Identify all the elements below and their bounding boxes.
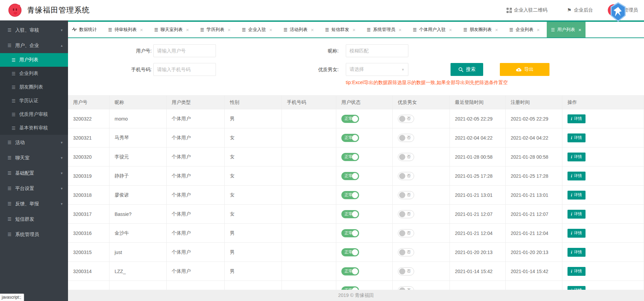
premium-toggle[interactable]: 否	[398, 229, 414, 237]
sidebar-item-label: 反馈、举报	[15, 201, 39, 207]
premium-toggle[interactable]: 否	[398, 172, 414, 180]
status-toggle[interactable]: 正常	[341, 248, 359, 256]
close-icon[interactable]: ×	[311, 27, 314, 33]
tab-item[interactable]: ☰个体用户入驻×	[409, 22, 456, 37]
table-cell-premium: 否	[393, 281, 450, 290]
export-button[interactable]: 导出	[500, 63, 549, 76]
close-icon[interactable]: ×	[186, 27, 189, 33]
detail-button[interactable]: i详情	[567, 114, 586, 123]
sidebar-item[interactable]: ☰短信群发	[0, 211, 68, 227]
detail-button[interactable]: i详情	[567, 210, 586, 219]
detail-button[interactable]: i详情	[567, 191, 586, 200]
premium-toggle[interactable]: 否	[398, 286, 414, 290]
detail-button[interactable]: i详情	[567, 286, 586, 290]
nickname-input[interactable]	[346, 44, 408, 57]
sidebar-subitem[interactable]: ☰基本资料审核	[0, 121, 68, 135]
close-icon[interactable]: ×	[269, 27, 272, 33]
table-cell: 2021-01-21 12:07	[506, 205, 562, 224]
sidebar-subitem[interactable]: ☰朋友圈列表	[0, 80, 68, 94]
status-toggle[interactable]: 正常	[341, 286, 359, 290]
table-cell-premium: 否	[393, 262, 450, 281]
list-icon: ☰	[413, 27, 417, 32]
tab-active[interactable]: ☰用户列表×	[547, 22, 585, 37]
info-icon: i	[571, 269, 572, 274]
premium-toggle[interactable]: 否	[398, 267, 414, 275]
table-cell-action: i详情	[562, 128, 644, 147]
detail-button[interactable]: i详情	[567, 248, 586, 257]
tab-item[interactable]: ☰聊天室列表×	[150, 22, 193, 37]
table-cell-status: 正常	[336, 224, 393, 243]
tab-item[interactable]: ☰朋友圈列表×	[459, 22, 502, 37]
close-icon[interactable]: ×	[449, 27, 452, 33]
list-icon: ☰	[200, 27, 204, 32]
table-row: 3200319静静子个体用户女正常否2021-01-25 17:282021-0…	[68, 167, 644, 186]
sidebar-group-item[interactable]: ☰活动▼	[0, 135, 68, 150]
table-cell-status: 正常	[336, 205, 393, 224]
tab-item[interactable]: 数据统计	[68, 22, 101, 37]
status-toggle[interactable]: 正常	[341, 153, 359, 161]
premium-toggle[interactable]: 否	[398, 210, 414, 218]
detail-button-label: 详情	[574, 173, 582, 179]
table-cell: 2021-01-28 00:58	[450, 147, 506, 167]
status-toggle[interactable]: 正常	[341, 267, 359, 275]
premium-toggle[interactable]: 否	[398, 115, 414, 123]
qrcode-link[interactable]: 企业入驻二维码	[507, 7, 547, 13]
close-icon[interactable]: ×	[228, 27, 231, 33]
cloud-download-icon	[516, 67, 522, 72]
close-icon[interactable]: ×	[399, 27, 402, 33]
detail-button[interactable]: i详情	[567, 267, 586, 276]
sidebar-subitem[interactable]: ☰优质用户审核	[0, 108, 68, 121]
close-icon[interactable]: ×	[140, 27, 143, 33]
phone-input[interactable]	[153, 63, 216, 76]
sidebar-group-item[interactable]: ☰平台设置▼	[0, 181, 68, 196]
table-cell: momo	[109, 109, 167, 128]
table-cell: 2021-02-05 22:29	[450, 109, 506, 128]
table-header-cell: 操作	[562, 96, 644, 109]
sidebar-group-item[interactable]: ☰基础配置▼	[0, 165, 68, 181]
premium-toggle[interactable]: 否	[398, 134, 414, 142]
sidebar-subitem[interactable]: ☰用户列表	[0, 53, 68, 67]
floating-bird-icon[interactable]	[610, 2, 627, 22]
table-cell: just	[109, 243, 167, 262]
tab-item[interactable]: ☰活动列表×	[279, 22, 318, 37]
close-icon[interactable]: ×	[578, 27, 581, 33]
status-toggle[interactable]: 正常	[341, 210, 359, 218]
premium-toggle[interactable]: 否	[398, 248, 414, 256]
sidebar-subitem[interactable]: ☰学历认证	[0, 94, 68, 108]
table-row: 3200321马秀琴个体用户女正常否2021-02-04 04:222021-0…	[68, 128, 644, 147]
detail-button-label: 详情	[574, 249, 582, 255]
detail-button[interactable]: i详情	[567, 133, 586, 142]
sidebar-group-item[interactable]: ☰反馈、举报▼	[0, 196, 68, 211]
table-header-cell: 优质男女	[393, 96, 450, 109]
tab-item[interactable]: ☰系统管理员×	[363, 22, 406, 37]
table-cell: 2021-01-14 15:42	[450, 262, 506, 281]
detail-button[interactable]: i详情	[567, 229, 586, 238]
status-toggle[interactable]: 正常	[341, 191, 359, 199]
userid-input[interactable]	[153, 44, 216, 57]
status-toggle[interactable]: 正常	[341, 134, 359, 142]
tab-item[interactable]: ☰短信群发×	[321, 22, 359, 37]
premium-gender-select[interactable]: 请选择 ▼	[346, 63, 408, 76]
sidebar-group-item[interactable]: ☰入驻、审核▼	[0, 22, 68, 38]
sidebar-subitem-label: 学历认证	[19, 98, 38, 104]
tab-item[interactable]: ☰企业入驻×	[238, 22, 276, 37]
status-toggle[interactable]: 正常	[341, 115, 359, 123]
tab-item[interactable]: ☰企业列表×	[505, 22, 544, 37]
premium-toggle[interactable]: 否	[398, 153, 414, 161]
close-icon[interactable]: ×	[353, 27, 356, 33]
sidebar-group-item[interactable]: ☰用户、企业▲	[0, 38, 68, 53]
detail-button[interactable]: i详情	[567, 172, 586, 180]
tab-item[interactable]: ☰待审核列表×	[104, 22, 147, 37]
sidebar-item[interactable]: ☰系统管理员	[0, 227, 68, 242]
detail-button[interactable]: i详情	[567, 153, 586, 161]
tab-item[interactable]: ☰学历列表×	[196, 22, 235, 37]
close-icon[interactable]: ×	[495, 27, 498, 33]
status-toggle[interactable]: 正常	[341, 172, 359, 180]
search-button[interactable]: 搜索	[451, 63, 483, 76]
sidebar-group-item[interactable]: ☰聊天室▼	[0, 150, 68, 165]
close-icon[interactable]: ×	[537, 27, 540, 33]
backend-link[interactable]: ⚑ 企业后台	[567, 7, 593, 13]
sidebar-subitem[interactable]: ☰企业列表	[0, 67, 68, 80]
status-toggle[interactable]: 正常	[341, 229, 359, 237]
premium-toggle[interactable]: 否	[398, 191, 414, 199]
